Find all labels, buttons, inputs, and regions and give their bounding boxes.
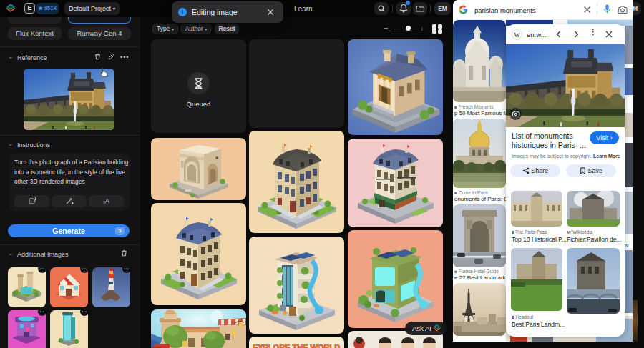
svg-text:EXPLORE THE WORLD: EXPLORE THE WORLD xyxy=(253,343,340,348)
